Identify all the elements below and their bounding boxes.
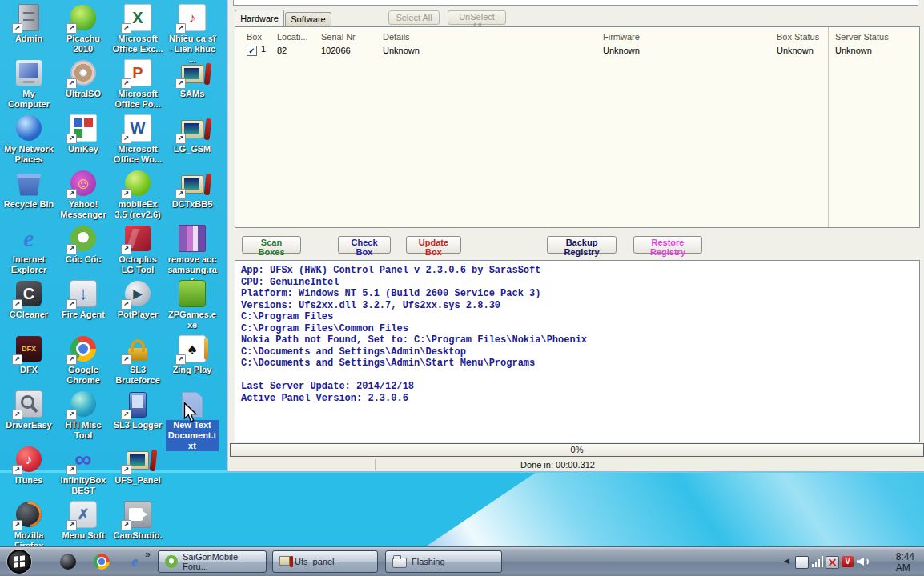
quick-launch-chevron-icon[interactable]: » (145, 549, 151, 560)
shortcut-arrow-overlay: ↗ (121, 465, 131, 475)
desktop-icon-nhieu-ca-si-lien-khuc-mp3[interactable]: ♪ ↗ Nhiều ca sĩ - Liên khúc ... (166, 3, 219, 65)
desktop-icon-zing-play[interactable]: ♠ ↗ Zing Play (166, 334, 219, 375)
box-details: Unknown (383, 46, 603, 55)
task-label: Ufs_panel (295, 557, 335, 566)
desktop-icon-ultraiso[interactable]: ↗ UltraISO (57, 58, 110, 99)
shortcut-arrow-overlay: ↗ (12, 23, 22, 34)
desktop-icon-admin[interactable]: ↗ Admin (2, 3, 55, 44)
desktop-icon-label: PotPlayer (111, 310, 164, 320)
col-serial[interactable]: Serial Nr (321, 32, 383, 42)
desktop-icon-internet-explorer[interactable]: e ↗ Internet Explorer (2, 224, 55, 275)
desktop-icon-sl3-bruteforce[interactable]: ↗ SL3 Bruteforce (111, 334, 164, 386)
desktop-icon-infinitybox-best[interactable]: ∞ ↗ InfinityBox BEST (57, 445, 110, 496)
log-line: CPU: GenuineIntel (241, 277, 914, 289)
quick-launch-app-icon[interactable] (60, 554, 76, 570)
desktop-icon-picachu-2010[interactable]: ↗ Picachu 2010 (57, 3, 110, 54)
desktop-icon-label: Internet Explorer (2, 254, 55, 275)
desktop-icon-microsoft-office-word[interactable]: W ↗ Microsoft Office Wo... (111, 114, 164, 165)
check-box-button[interactable]: Check Box (338, 236, 391, 254)
shortcut-arrow-overlay: ↗ (66, 244, 77, 254)
desktop-icon-ufs-panel[interactable]: ↗ UFS_Panel (111, 445, 164, 486)
unselect-all-button[interactable]: UnSelect All (448, 10, 506, 25)
shortcut-arrow-overlay: ↗ (175, 78, 186, 89)
desktop-icon-label: Microsoft Office Exc... (111, 34, 164, 54)
tray-speaker-icon[interactable] (857, 556, 869, 567)
desktop-icon-remove-acc-samsung-rar[interactable]: ↗ remove acc samsung.rar (166, 224, 219, 286)
desktop-icon-label: Google Chrome (57, 365, 110, 386)
desktop-icon-potplayer[interactable]: ▶ ↗ PotPlayer (111, 279, 164, 320)
shortcut-arrow-overlay: ↗ (66, 299, 77, 310)
tray-signal-bars-icon[interactable] (812, 556, 824, 567)
desktop-icon-sl3-logger[interactable]: ↗ SL3 Logger (111, 390, 164, 430)
desktop-icon-microsoft-office-excel[interactable]: X ↗ Microsoft Office Exc... (111, 3, 164, 54)
desktop-icon-microsoft-office-powerpoint[interactable]: P ↗ Microsoft Office Po... (111, 58, 164, 110)
desktop-icon-ccleaner[interactable]: C ↗ CCleaner (2, 279, 55, 320)
desktop-icon-itunes[interactable]: ♪ ↗ iTunes (2, 445, 55, 486)
desktop-icon-yahoo-messenger[interactable]: ☺ ↗ Yahoo! Messenger (57, 169, 110, 220)
box-listview[interactable]: Box Locati... Serial Nr Details Firmware… (235, 26, 920, 228)
desktop-icon-lg-gsm[interactable]: ↗ LG_GSM (166, 114, 219, 154)
desktop-icon-label: DCTxBB5 (166, 199, 219, 210)
desktop-icon-sams[interactable]: ↗ SAMs (166, 58, 219, 99)
row-checkbox[interactable]: ✓ (247, 46, 257, 56)
col-details[interactable]: Details (383, 32, 603, 42)
desktop-icon-dfx[interactable]: DFX ↗ DFX (2, 334, 55, 375)
desktop-icon-my-computer[interactable]: ↗ My Computer (2, 58, 55, 110)
task-button-saigonmobile[interactable]: SaiGonMobile Foru... (158, 550, 267, 573)
desktop-icon-mozilla-firefox[interactable]: ↗ Mozilla Firefox (2, 500, 55, 551)
tray-chevron-icon[interactable]: ◀ (784, 557, 789, 565)
desktop-icon-dctxbb5[interactable]: ↗ DCTxBB5 (166, 169, 219, 210)
chrome-icon[interactable] (94, 554, 110, 570)
shortcut-arrow-overlay: ↗ (12, 354, 22, 365)
update-box-button[interactable]: Update Box (406, 236, 461, 254)
tab-hardware[interactable]: Hardware (235, 10, 284, 26)
col-box[interactable]: Box (247, 32, 277, 42)
log-output[interactable]: App: UFSx (HWK) Control Panel v 2.3.0.6 … (235, 260, 920, 442)
log-line: Versions: Ufs2xx.dll 3.2.7, Ufs2xx.sys 2… (241, 300, 914, 312)
desktop-icon-label: Admin (2, 34, 55, 44)
desktop-icon-hti-misc-tool[interactable]: ↗ HTI Misc Tool (57, 390, 110, 441)
task-button-ufs-panel[interactable]: Ufs_panel (272, 550, 378, 573)
internet-explorer-icon[interactable]: e (127, 554, 143, 570)
restore-registry-button[interactable]: Restore Registry (633, 236, 702, 254)
desktop-icon-octoplus-lg-tool[interactable]: ↗ Octoplus LG Tool (111, 224, 164, 275)
desktop-icon-mobileex-35-rev26[interactable]: ↗ mobileEx 3.5 (rev2.6) (111, 169, 164, 220)
desktop-icon-menu-soft[interactable]: ✗ ↗ Menu Soft (57, 500, 110, 541)
desktop-icon-recycle-bin[interactable]: ↗ Recycle Bin (2, 169, 55, 210)
col-firmware[interactable]: Firmware (603, 32, 777, 42)
desktop-icon-my-network-places[interactable]: ↗ My Network Places (2, 114, 55, 165)
desktop-icon-label: Picachu 2010 (57, 34, 110, 54)
desktop-icon-label: LG_GSM (166, 144, 219, 154)
shortcut-arrow-overlay: ↗ (66, 23, 77, 34)
desktop-icon-label: Yahoo! Messenger (57, 199, 110, 220)
desktop-icon-drivereasy[interactable]: ↗ DriverEasy (2, 390, 55, 430)
shortcut-arrow-overlay: ↗ (175, 23, 186, 34)
log-line: Platform: Windows NT 5.1 (Build 2600 Ser… (241, 288, 914, 300)
desktop-icon-camstudio[interactable]: ↗ CamStudio... (111, 500, 164, 551)
scan-boxes-button[interactable]: Scan Boxes (242, 236, 301, 254)
shortcut-arrow-overlay: ↗ (121, 520, 131, 530)
desktop-icon-google-chrome[interactable]: ↗ Google Chrome (57, 334, 110, 386)
tray-antivirus-icon[interactable]: V (842, 556, 854, 567)
col-box-status[interactable]: Box Status (777, 32, 828, 42)
desktop-icon-label: InfinityBox BEST (57, 475, 110, 496)
tray-display-icon[interactable] (795, 556, 809, 569)
shortcut-arrow-overlay: ↗ (121, 23, 131, 34)
log-line: Nokia Path not Found, Set to: C:\Program… (241, 334, 914, 346)
tray-network-error-icon[interactable] (826, 556, 839, 569)
box-row[interactable]: ✓1 82 102066 Unknown Unknown Unknown Unk… (235, 43, 919, 57)
backup-registry-button[interactable]: Backup Registry (547, 236, 617, 254)
task-button-flashing[interactable]: Flashing (385, 550, 502, 573)
taskbar-clock[interactable]: 8:44 AM (896, 547, 914, 576)
select-all-button[interactable]: Select All (388, 10, 440, 25)
log-line: C:\Documents and Settings\Admin\Desktop (241, 346, 914, 358)
desktop-icon-unikey[interactable]: ↗ UniKey (57, 114, 110, 154)
col-server-status[interactable]: Server Status (828, 32, 919, 42)
desktop-icon-coc-coc[interactable]: ↗ Cốc Cốc (57, 224, 110, 265)
desktop-icon-fire-agent[interactable]: ↓ ↗ Fire Agent (57, 279, 110, 320)
tab-software[interactable]: Software (285, 12, 331, 26)
col-location[interactable]: Locati... (277, 32, 321, 42)
start-button[interactable] (7, 550, 31, 574)
desktop-icon-zpgames-exe[interactable]: ↗ ZPGames.exe (166, 279, 219, 330)
mouse-cursor (183, 402, 198, 423)
